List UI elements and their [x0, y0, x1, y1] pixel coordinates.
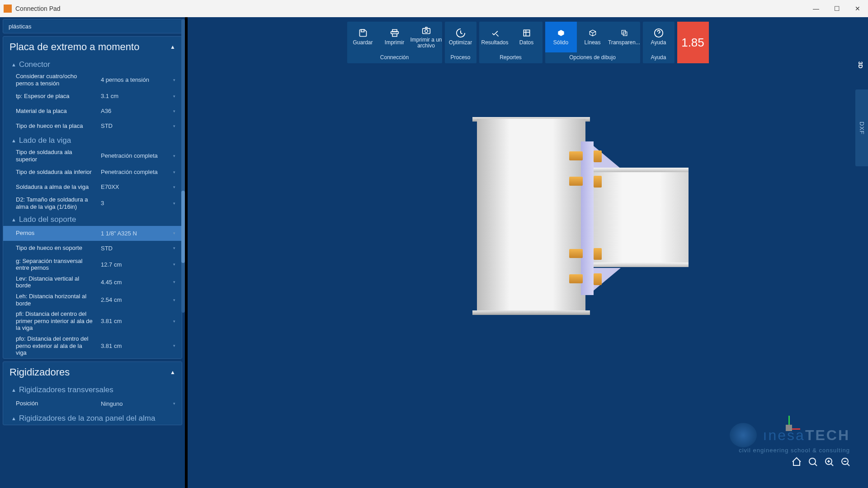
ribbon-group: SólidoLíneasTransparen...Opciones de dib…	[545, 22, 640, 63]
chevron-down-icon: ▾	[173, 154, 175, 158]
ribbon-button-label: Imprimir a un archivo	[410, 37, 442, 49]
subheader-lado-soporte[interactable]: ▲ Lado del soporte	[3, 212, 182, 226]
zoom-fit-button[interactable]	[807, 456, 818, 470]
prev-section-fragment: plásticas	[9, 23, 32, 30]
save-icon	[358, 28, 368, 38]
ribbon-button-label: Datos	[519, 40, 533, 46]
view-toolbar	[791, 456, 851, 470]
help-icon	[654, 28, 664, 38]
ribbon-datos-button[interactable]: Datos	[511, 22, 542, 52]
property-row[interactable]: Tipo de soldadura ala inferiorPenetració…	[3, 164, 182, 179]
subheader-rigid-panel[interactable]: ▲ Rigidizadores de la zona panel del alm…	[3, 411, 182, 425]
property-label: Tipo de hueco en la placa	[16, 122, 97, 130]
property-row[interactable]: Considerar cuatro/ocho pernos a tensión4…	[3, 71, 182, 89]
ribbon-button-label: Ayuda	[651, 40, 666, 46]
app-title: Connection Pad	[15, 5, 806, 12]
property-value[interactable]: Penetración completa▾	[97, 166, 179, 178]
chevron-up-icon: ▲	[11, 217, 16, 222]
home-view-button[interactable]	[791, 456, 802, 470]
property-row[interactable]: g: Separación transversal entre pernos12…	[3, 256, 182, 273]
property-row[interactable]: Lev: Distancia vertical al borde4.45 cm▾	[3, 273, 182, 291]
ribbon-ayuda-button[interactable]: Ayuda	[643, 22, 675, 52]
property-value[interactable]: 3.81 cm▾	[97, 315, 179, 327]
chevron-down-icon: ▾	[173, 78, 175, 82]
property-row[interactable]: D2: Tamaño de soldadura a alma de la vig…	[3, 194, 182, 212]
property-value[interactable]: Penetración completa▾	[97, 150, 179, 161]
section-header-rigid[interactable]: Rigidizadores ▲	[3, 362, 182, 383]
property-value[interactable]: 4 pernos a tensión▾	[97, 74, 179, 85]
property-value[interactable]: 4.45 cm▾	[97, 277, 179, 288]
app-icon	[4, 5, 12, 13]
property-label: Tipo de soldadura ala inferior	[16, 169, 97, 176]
chevron-up-icon: ▲	[170, 369, 175, 375]
property-row[interactable]: Leh: Distancia horizontal al borde2.54 c…	[3, 291, 182, 309]
ribbon-guardar-button[interactable]: Guardar	[347, 22, 379, 52]
property-row[interactable]: Tipo de soldadura ala superiorPenetració…	[3, 147, 182, 164]
viewport-3d[interactable]: GuardarImprimirImprimir a un archivoConn…	[188, 17, 868, 488]
property-row[interactable]: Soldadura a alma de la vigaE70XX▾	[3, 179, 182, 194]
property-row[interactable]: Tipo de hueco en soporteSTD▾	[3, 241, 182, 256]
property-value[interactable]: E70XX▾	[97, 181, 179, 192]
ribbon-button-label: Guardar	[353, 40, 373, 46]
ribbon: GuardarImprimirImprimir a un archivoConn…	[347, 22, 709, 63]
ribbon-transparen--button[interactable]: Transparen...	[609, 22, 640, 52]
chevron-down-icon: ▾	[173, 109, 175, 113]
property-row[interactable]: Tipo de hueco en la placaSTD▾	[3, 118, 182, 133]
ribbon-resultados-button[interactable]: Resultados	[479, 22, 511, 52]
svg-rect-5	[524, 30, 529, 36]
scroll-thumb[interactable]	[181, 191, 185, 263]
property-row[interactable]: Material de la placaA36▾	[3, 103, 182, 118]
property-value[interactable]: 1 1/8" A325 N▾	[97, 228, 179, 239]
property-label: g: Separación transversal entre pernos	[16, 258, 97, 272]
property-value[interactable]: STD▾	[97, 243, 179, 254]
sidebar-scrollbar[interactable]	[181, 19, 185, 313]
subheader-lado-viga[interactable]: ▲ Lado de la viga	[3, 133, 182, 147]
lines-icon	[588, 28, 598, 38]
results-icon	[490, 28, 500, 38]
capacity-ratio-badge: 1.85	[677, 22, 709, 63]
chevron-up-icon: ▲	[11, 138, 16, 143]
zoom-in-button[interactable]	[824, 456, 835, 470]
maximize-button[interactable]: ☐	[826, 0, 847, 17]
property-row[interactable]: PosiciónNinguno▾	[3, 396, 182, 411]
subheader-conector[interactable]: ▲ Conector	[3, 57, 182, 71]
three-d-badge[interactable]: 3D	[854, 61, 863, 68]
titlebar: Connection Pad — ☐ ✕	[0, 0, 868, 17]
print-icon	[390, 28, 400, 38]
minimize-button[interactable]: —	[806, 0, 826, 17]
ribbon-group-label: Connección	[347, 52, 442, 63]
ribbon-imprimir-button[interactable]: Imprimir	[379, 22, 410, 52]
section-rigidizadores: Rigidizadores ▲ ▲ Rigidizadores transver…	[3, 361, 182, 425]
property-label: Tipo de hueco en soporte	[16, 244, 97, 252]
section-placa: Placa de extremo a momento ▲ ▲ Conector …	[3, 36, 182, 359]
ribbon-optimizar-button[interactable]: Optimizar	[445, 22, 476, 52]
property-row[interactable]: pfo: Distancia del centro del perno exte…	[3, 333, 182, 358]
close-button[interactable]: ✕	[847, 0, 868, 17]
ribbon-l-neas-button[interactable]: Líneas	[577, 22, 609, 52]
section-header-placa[interactable]: Placa de extremo a momento ▲	[3, 37, 182, 57]
property-label: Material de la placa	[16, 108, 97, 115]
property-value[interactable]: 3.81 cm▾	[97, 340, 179, 352]
property-value[interactable]: 2.54 cm▾	[97, 294, 179, 305]
property-row[interactable]: pfi: Distancia del centro del primer per…	[3, 309, 182, 333]
solid-icon	[556, 28, 566, 38]
property-value[interactable]: A36▾	[97, 105, 179, 117]
property-row[interactable]: Pernos1 1/8" A325 N▾	[3, 226, 182, 241]
property-value[interactable]: Ninguno▾	[97, 398, 179, 409]
ribbon-imprimir-a-un-archivo-button[interactable]: Imprimir a un archivo	[410, 22, 442, 52]
property-row[interactable]: tp: Espesor de placa3.1 cm▾	[3, 89, 182, 103]
ribbon-group-label: Opciones de dibujo	[545, 52, 640, 63]
logo-mark-icon	[730, 423, 757, 447]
zoom-out-button[interactable]	[840, 456, 851, 470]
property-value[interactable]: STD▾	[97, 120, 179, 131]
property-value[interactable]: 3▾	[97, 197, 179, 209]
property-label: Soldadura a alma de la viga	[16, 183, 97, 191]
subheader-rigid-trans[interactable]: ▲ Rigidizadores transversales	[3, 383, 182, 396]
property-value[interactable]: 3.1 cm▾	[97, 90, 179, 102]
ribbon-s-lido-button[interactable]: Sólido	[545, 22, 577, 52]
property-value[interactable]: 12.7 cm▾	[97, 259, 179, 270]
dxf-tab[interactable]: DXF	[855, 89, 868, 166]
ribbon-group-label: Ayuda	[643, 52, 675, 63]
ribbon-group: ResultadosDatosReportes	[479, 22, 542, 63]
chevron-down-icon: ▾	[173, 124, 175, 128]
